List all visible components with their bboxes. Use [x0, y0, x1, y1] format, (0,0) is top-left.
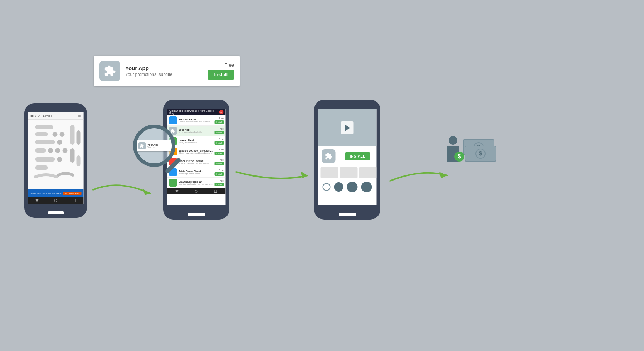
- mag-app-name: Your App: [147, 144, 170, 146]
- bill-dollar-sign-2: $: [479, 150, 482, 157]
- your-app-price: Free: [219, 128, 224, 130]
- recents-icon: [214, 190, 217, 193]
- your-app-install[interactable]: Install: [214, 131, 224, 134]
- install-btn[interactable]: Install: [214, 120, 224, 124]
- puzzle-icon-large: [325, 152, 332, 160]
- magnifier-glass: Your App Your pro...: [133, 125, 175, 167]
- svg-point-8: [57, 140, 62, 145]
- battery-icon: [78, 114, 81, 118]
- mag-app-icon: [138, 142, 146, 149]
- phone-1-nav-bar: [28, 197, 83, 204]
- dot-3: [347, 182, 358, 192]
- ad-price: Free: [224, 62, 234, 68]
- back-icon: [175, 190, 178, 193]
- back-icon: [36, 199, 39, 202]
- svg-point-5: [52, 132, 57, 137]
- app-sub: Rocket boosted cars and intense fun and …: [179, 121, 213, 123]
- svg-rect-7: [35, 140, 55, 144]
- svg-point-6: [59, 132, 64, 137]
- phone-2-status-bar: Click an app to download it from Google …: [167, 109, 225, 115]
- svg-rect-15: [35, 165, 48, 170]
- ad-app-name: Your App: [125, 65, 203, 71]
- phone-3-video-area: [318, 109, 376, 146]
- phone-3-screenshots: [318, 166, 376, 179]
- phone-2-nav-bar: [167, 188, 225, 194]
- screenshot-1: [320, 167, 338, 178]
- phone-3-home-button: [339, 213, 356, 216]
- screenshot-3: [359, 167, 376, 178]
- svg-point-12: [62, 148, 67, 153]
- app-name: Draw Basketball 3D: [179, 181, 213, 183]
- puzzle-icon: [104, 65, 116, 77]
- ad-subtitle: Your promotional subtitle: [125, 72, 203, 77]
- app-sub: Use this application so you can learn ho…: [179, 183, 213, 185]
- magnifier-content: Your App Your pro...: [137, 140, 172, 151]
- phone-3: INSTALL: [314, 100, 380, 220]
- phone-1: 0:04 · Level 5: [24, 103, 87, 218]
- svg-point-11: [55, 148, 60, 153]
- money-bill-2: $: [465, 146, 496, 162]
- phone-3-app-icon: [322, 149, 335, 163]
- mag-app-sub: Your pro...: [147, 146, 170, 148]
- phone-1-game-area: [28, 120, 83, 189]
- game-shapes: [28, 120, 83, 189]
- ad-install-button[interactable]: Install: [208, 70, 234, 80]
- svg-rect-16: [70, 125, 74, 145]
- revenue-icon: $ $ $: [447, 136, 496, 162]
- bill-circle-2: $: [475, 149, 486, 159]
- svg-rect-2: [78, 115, 80, 116]
- person-head: [449, 136, 457, 145]
- settings-icon: [30, 114, 34, 118]
- dollar-badge: $: [454, 152, 464, 162]
- phone-1-banner-button[interactable]: More free apps: [63, 192, 81, 195]
- home-icon: [54, 199, 57, 202]
- svg-rect-4: [35, 132, 48, 136]
- home-icon: [195, 190, 197, 193]
- phone-2-home-button: [188, 213, 205, 216]
- phone-1-home-button: [48, 211, 64, 214]
- app-name: Rocket League: [179, 118, 213, 121]
- svg-rect-3: [35, 125, 53, 129]
- money-bills: $ $: [463, 139, 496, 162]
- close-button[interactable]: ×: [219, 110, 223, 114]
- svg-rect-13: [35, 157, 55, 162]
- app-icon: [169, 116, 177, 124]
- arrow-phone2-to-phone3: [233, 161, 322, 190]
- phone-2-status-text: Click an app to download it from Google …: [169, 110, 219, 115]
- svg-point-10: [48, 148, 53, 153]
- phone-1-time: 0:04 · Level 5: [35, 114, 52, 117]
- arrow-phone3-to-revenue: [386, 161, 458, 190]
- phone-3-dots-row: [318, 179, 376, 194]
- phone-3-install-button[interactable]: INSTALL: [345, 152, 370, 160]
- svg-marker-20: [143, 189, 150, 195]
- list-item: Rocket League Rocket boosted cars and in…: [167, 115, 225, 126]
- ad-banner: Your App Your promotional subtitle Free …: [94, 56, 240, 86]
- ad-app-icon: [99, 61, 120, 81]
- phone-1-bottom-banner: Download today's free app offers More fr…: [28, 189, 83, 197]
- svg-marker-22: [439, 172, 447, 178]
- svg-rect-1: [80, 115, 81, 116]
- svg-rect-9: [35, 148, 46, 153]
- phone-1-screen: 0:04 · Level 5: [28, 112, 83, 204]
- svg-point-14: [57, 157, 62, 162]
- svg-rect-19: [76, 155, 80, 166]
- phone-1-status-bar: 0:04 · Level 5: [28, 112, 83, 120]
- svg-rect-17: [76, 130, 80, 145]
- phone-3-screen: INSTALL: [318, 109, 376, 205]
- dot-2: [334, 182, 343, 192]
- ad-right: Free Install: [208, 62, 234, 80]
- dot-4: [361, 182, 372, 192]
- phone-3-icon-row: INSTALL: [318, 146, 376, 166]
- magnifier: Your App Your pro...: [133, 125, 189, 180]
- spacer: [318, 194, 376, 205]
- person-figure: $: [447, 136, 459, 162]
- phone-1-banner-text: Download today's free app offers: [30, 192, 61, 194]
- app-price: Free: [219, 117, 224, 120]
- play-button[interactable]: [341, 121, 354, 134]
- dot-1: [323, 183, 331, 191]
- recents-icon: [73, 199, 75, 202]
- svg-rect-18: [70, 148, 74, 163]
- mag-puzzle-icon: [140, 144, 144, 148]
- play-triangle: [345, 125, 350, 131]
- ad-text: Your App Your promotional subtitle: [125, 65, 203, 77]
